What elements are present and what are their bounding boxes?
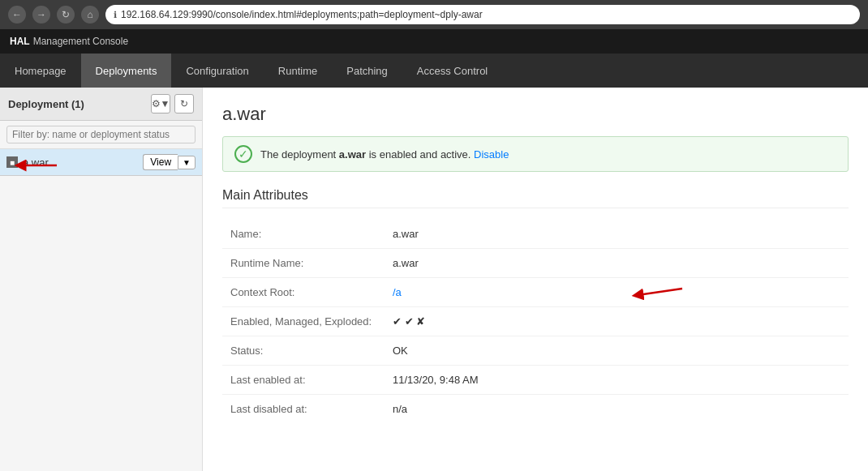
forward-button[interactable]: →	[32, 6, 50, 24]
nav-bar: Homepage Deployments Configuration Runti…	[0, 54, 868, 88]
attr-row-last-enabled: Last enabled at: 11/13/20, 9:48 AM	[222, 366, 849, 395]
attributes-table: Name: a.war Runtime Name: a.war Context …	[222, 220, 849, 423]
sidebar-title: Deployment (1)	[8, 98, 84, 110]
nav-access-control[interactable]: Access Control	[402, 54, 502, 88]
attr-label-context-root: Context Root:	[230, 286, 393, 298]
sidebar-header: Deployment (1) ⚙▼ ↻	[0, 88, 202, 121]
status-check-icon: ✓	[234, 145, 252, 163]
sidebar: Deployment (1) ⚙▼ ↻ ■ a.war View ▼	[0, 88, 203, 471]
deployment-item-left: ■ a.war	[6, 156, 49, 169]
page-title: a.war	[222, 104, 849, 125]
nav-configuration[interactable]: Configuration	[171, 54, 263, 88]
sidebar-refresh-button[interactable]: ↻	[174, 94, 194, 113]
attr-row-context-root: Context Root: /a	[222, 278, 849, 307]
attr-value-status: OK	[393, 345, 408, 357]
view-dropdown-button[interactable]: ▼	[178, 156, 196, 169]
svg-line-3	[638, 289, 682, 295]
app-subtitle: Management Console	[33, 36, 128, 47]
section-title: Main Attributes	[222, 188, 849, 208]
nav-deployments[interactable]: Deployments	[81, 54, 172, 88]
list-item[interactable]: ■ a.war View ▼	[0, 149, 202, 176]
attr-row-last-disabled: Last disabled at: n/a	[222, 395, 849, 423]
attr-row-runtime-name: Runtime Name: a.war	[222, 249, 849, 278]
brand-label: HAL	[10, 36, 30, 47]
status-suffix: is enabled and active.	[366, 148, 471, 161]
attr-row-status: Status: OK	[222, 336, 849, 366]
attr-label-status: Status:	[230, 345, 393, 357]
url-bar[interactable]: ℹ 192.168.64.129:9990/console/index.html…	[105, 5, 860, 24]
attr-value-flags: ✔ ✔ ✘	[393, 315, 425, 328]
attr-label-last-disabled: Last disabled at:	[230, 403, 393, 415]
browser-bar: ← → ↻ ⌂ ℹ 192.168.64.129:9990/console/in…	[0, 0, 868, 29]
lock-icon: ℹ	[114, 10, 117, 20]
view-btn-group: View ▼	[143, 154, 196, 170]
attr-label-name: Name:	[230, 228, 393, 240]
deployment-list: ■ a.war View ▼	[0, 149, 202, 471]
sidebar-header-icons: ⚙▼ ↻	[151, 94, 194, 113]
attr-value-last-enabled: 11/13/20, 9:48 AM	[393, 374, 479, 386]
attr-label-flags: Enabled, Managed, Exploded:	[230, 315, 393, 328]
deployment-file-icon: ■	[6, 156, 18, 168]
attr-label-runtime-name: Runtime Name:	[230, 257, 393, 269]
nav-runtime[interactable]: Runtime	[264, 54, 332, 88]
attr-row-name: Name: a.war	[222, 220, 849, 249]
disable-link[interactable]: Disable	[474, 148, 509, 161]
sidebar-options-button[interactable]: ⚙▼	[151, 94, 170, 113]
content-area: a.war ✓ The deployment a.war is enabled …	[203, 88, 868, 471]
home-button[interactable]: ⌂	[81, 6, 99, 24]
app-header: HAL Management Console	[0, 29, 868, 54]
view-button[interactable]: View	[143, 154, 178, 170]
nav-homepage[interactable]: Homepage	[0, 54, 81, 88]
attr-value-last-disabled: n/a	[393, 403, 407, 415]
attr-row-flags: Enabled, Managed, Exploded: ✔ ✔ ✘	[222, 307, 849, 336]
url-text: 192.168.64.129:9990/console/index.html#d…	[121, 9, 483, 20]
status-filename: a.war	[339, 148, 366, 161]
filter-bar	[0, 121, 202, 149]
nav-patching[interactable]: Patching	[332, 54, 402, 88]
main-layout: Deployment (1) ⚙▼ ↻ ■ a.war View ▼	[0, 88, 868, 471]
attr-value-context-root[interactable]: /a	[393, 286, 402, 298]
back-button[interactable]: ←	[8, 6, 26, 24]
deployment-name: a.war	[23, 156, 49, 169]
status-message: The deployment a.war is enabled and acti…	[260, 148, 509, 161]
status-banner: ✓ The deployment a.war is enabled and ac…	[222, 136, 849, 172]
reload-button[interactable]: ↻	[57, 6, 75, 24]
attr-value-runtime-name: a.war	[393, 257, 419, 269]
status-prefix: The deployment	[260, 148, 339, 161]
filter-input[interactable]	[6, 126, 196, 143]
attr-label-last-enabled: Last enabled at:	[230, 374, 393, 386]
attr-value-name: a.war	[393, 228, 419, 240]
